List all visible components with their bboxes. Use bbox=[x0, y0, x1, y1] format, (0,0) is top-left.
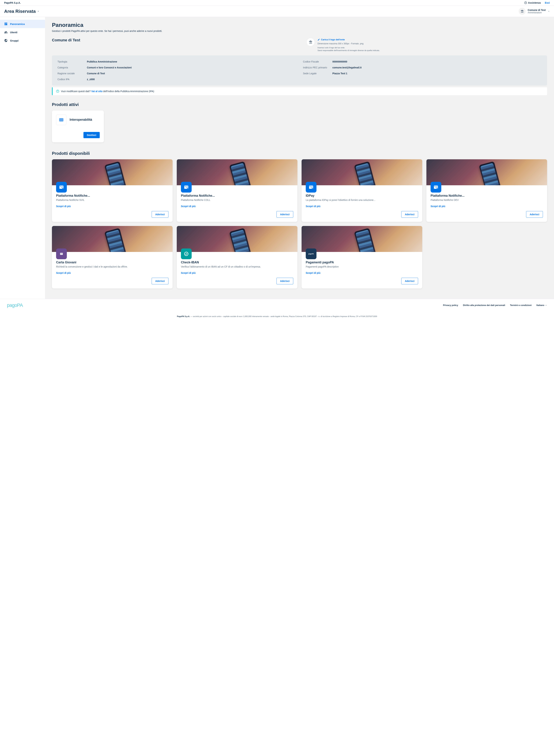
product-card: IDPay La piattaforma IDPay si pone l'obi… bbox=[301, 159, 422, 222]
topbar-right: Assistenza Esci bbox=[524, 1, 550, 4]
info-label: Ragione sociale bbox=[57, 72, 87, 75]
main-content: Panoramica Gestisci i prodotti PagoPA at… bbox=[45, 17, 554, 299]
svg-text:CARTA: CARTA bbox=[59, 253, 63, 254]
join-button[interactable]: Aderisci bbox=[401, 211, 418, 218]
product-description: Richiedi la convenzione e gestisci i dat… bbox=[56, 265, 168, 269]
info-value: z_z000 bbox=[87, 78, 95, 81]
info-row: Sede Legale Piazza Test 1 bbox=[303, 72, 542, 75]
info-row: Ragione sociale Comune di Test bbox=[57, 72, 296, 75]
join-button[interactable]: Aderisci bbox=[401, 278, 418, 284]
product-card: CARTA Carta Giovani Richiedi la convenzi… bbox=[52, 226, 173, 288]
info-box: Tipologia Pubblica Amministrazione Categ… bbox=[52, 55, 547, 86]
sidebar-item-panoramica[interactable]: Panoramica bbox=[0, 20, 45, 28]
join-button[interactable]: Aderisci bbox=[526, 211, 543, 218]
language-selector[interactable]: Italiano bbox=[536, 304, 547, 307]
upload-hint: Inserisci solo il logo del tuo ente. bbox=[318, 46, 380, 49]
info-value: Comuni e loro Consorzi e Associazioni bbox=[87, 66, 132, 69]
info-row: Codice Fiscale 00000000000 bbox=[303, 60, 542, 63]
terms-link[interactable]: Termini e condizioni bbox=[510, 304, 532, 307]
learn-more-link[interactable]: Scopri di più bbox=[56, 205, 168, 208]
header-title: Area Riservata bbox=[4, 9, 36, 14]
logo-upload-text: Carica il logo dell'ente Dimensione mass… bbox=[318, 38, 380, 52]
assistance-link[interactable]: Assistenza bbox=[524, 1, 541, 4]
logo-upload-block: Carica il logo dell'ente Dimensione mass… bbox=[307, 38, 547, 52]
product-card: pagoPA Pagamenti pagoPA Pagamenti pagoPA… bbox=[301, 226, 422, 288]
edit-icon bbox=[318, 39, 320, 41]
sidebar-label: Gruppi bbox=[10, 39, 18, 42]
join-button[interactable]: Aderisci bbox=[276, 211, 293, 218]
institution-text: Comune di Test Amministratore bbox=[528, 9, 546, 14]
pagopa-logo: pagoPA bbox=[7, 303, 23, 308]
join-button[interactable]: Aderisci bbox=[276, 278, 293, 284]
product-image bbox=[301, 226, 422, 252]
learn-more-link[interactable]: Scopri di più bbox=[181, 205, 293, 208]
groups-icon bbox=[4, 39, 8, 42]
products-grid: Piattaforma Notifiche... Piattaforma Not… bbox=[52, 159, 547, 288]
dashboard-icon bbox=[4, 22, 8, 25]
topbar: PagoPA S.p.A. Assistenza Esci bbox=[0, 0, 554, 6]
info-value: Pubblica Amministrazione bbox=[87, 60, 117, 63]
active-product-card: Interoperabilità Gestisci bbox=[52, 110, 104, 142]
info-value: 00000000000 bbox=[332, 60, 347, 63]
ente-name: Comune di Test bbox=[52, 38, 299, 42]
join-button[interactable]: Aderisci bbox=[152, 211, 168, 218]
product-description: Pagamenti pagoPA description bbox=[306, 265, 418, 269]
data-protection-link[interactable]: Diritto alla protezione dei dati persona… bbox=[463, 304, 505, 307]
area-dropdown[interactable]: Area Riservata bbox=[4, 9, 40, 14]
exit-link[interactable]: Esci bbox=[545, 1, 550, 4]
info-label: Sede Legale bbox=[303, 72, 332, 75]
header: Area Riservata Comune di Test Amministra… bbox=[0, 6, 554, 17]
institution-selector[interactable]: Comune di Test Amministratore bbox=[519, 8, 550, 15]
manage-button[interactable]: Gestisci bbox=[84, 132, 100, 138]
product-badge-icon: CARTA bbox=[56, 249, 67, 259]
upload-hint: Dimensione massima 300 x 300px - Formato… bbox=[318, 42, 380, 45]
info-row: Indirizzo PEC primario comune.test@legal… bbox=[303, 66, 542, 69]
institution-name: Comune di Test bbox=[528, 9, 546, 11]
users-icon bbox=[4, 31, 8, 34]
product-description: Verifica l'abbinamento di un IBAN ad un … bbox=[181, 265, 293, 269]
learn-more-link[interactable]: Scopri di più bbox=[56, 271, 168, 274]
product-title: Pagamenti pagoPA bbox=[306, 261, 418, 264]
product-image bbox=[52, 159, 173, 185]
svg-point-4 bbox=[57, 90, 58, 91]
product-image bbox=[427, 159, 547, 185]
info-label: Indirizzo PEC primario bbox=[303, 66, 332, 69]
footer-links: Privacy policy Diritto alla protezione d… bbox=[443, 304, 547, 307]
learn-more-link[interactable]: Scopri di più bbox=[181, 271, 293, 274]
product-description: Piattaforma Notifiche COLL bbox=[181, 199, 293, 202]
info-label: Categoria bbox=[57, 66, 87, 69]
learn-more-link[interactable]: Scopri di più bbox=[431, 205, 543, 208]
alert-text: Vuoi modificare questi dati? Vai al sito… bbox=[61, 90, 154, 93]
privacy-link[interactable]: Privacy policy bbox=[443, 304, 458, 307]
sidebar-label: Panoramica bbox=[10, 22, 25, 25]
product-title: Carta Giovani bbox=[56, 261, 168, 264]
chevron-down-icon bbox=[545, 304, 547, 306]
product-description: Piattaforma Notifiche DEV bbox=[431, 199, 543, 202]
product-badge-icon bbox=[181, 249, 191, 259]
sidebar-item-gruppi[interactable]: Gruppi bbox=[0, 36, 45, 45]
chevron-down-icon bbox=[548, 10, 550, 12]
product-icon bbox=[56, 115, 66, 125]
product-description: La piattaforma IDPay si pone l'obiettivo… bbox=[306, 199, 418, 202]
upload-logo-link[interactable]: Carica il logo dell'ente bbox=[318, 38, 380, 41]
info-label: Codice IPA bbox=[57, 78, 87, 81]
upload-link-text: Carica il logo dell'ente bbox=[321, 38, 345, 41]
product-image bbox=[177, 226, 297, 252]
page-subtitle: Gestisci i prodotti PagoPA attivi per qu… bbox=[52, 30, 547, 33]
sidebar-label: Utenti bbox=[10, 31, 17, 34]
join-button[interactable]: Aderisci bbox=[152, 278, 168, 284]
info-value: Comune di Test bbox=[87, 72, 105, 75]
page-title: Panoramica bbox=[52, 22, 547, 28]
chevron-down-icon bbox=[37, 10, 40, 12]
learn-more-link[interactable]: Scopri di più bbox=[306, 205, 418, 208]
info-label: Codice Fiscale bbox=[303, 60, 332, 63]
product-image bbox=[177, 159, 297, 185]
footer: pagoPA Privacy policy Diritto alla prote… bbox=[0, 299, 554, 312]
upload-hint: Sarai responsabile dell'inserimento di i… bbox=[318, 49, 380, 52]
sidebar-item-utenti[interactable]: Utenti bbox=[0, 28, 45, 36]
institution-role: Amministratore bbox=[528, 11, 546, 14]
info-row: Tipologia Pubblica Amministrazione bbox=[57, 60, 296, 63]
ipa-link[interactable]: Vai al sito bbox=[91, 90, 103, 93]
institution-icon bbox=[519, 8, 525, 15]
learn-more-link[interactable]: Scopri di più bbox=[306, 271, 418, 274]
